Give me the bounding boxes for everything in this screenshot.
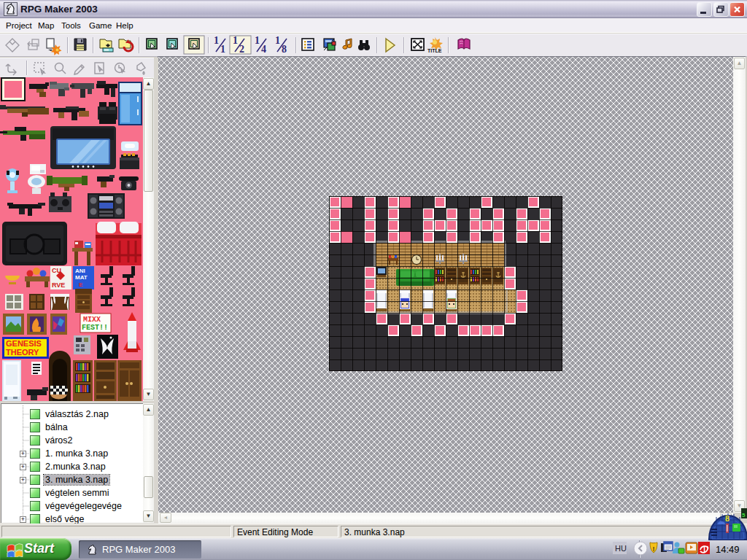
svg-text:ANI: ANI [75, 268, 85, 274]
svg-text:1: 1 [233, 35, 238, 46]
svg-text:E: E [79, 281, 83, 288]
svg-text:1: 1 [255, 35, 260, 46]
svg-text:RVE: RVE [52, 281, 65, 289]
svg-text:GENESIS: GENESIS [6, 339, 42, 348]
svg-text:8: 8 [725, 514, 729, 523]
svg-text:FEST!!: FEST!! [82, 324, 108, 332]
svg-text:THEORY: THEORY [6, 348, 39, 357]
svg-text:5: 5 [742, 512, 746, 518]
svg-text:MAT: MAT [75, 274, 88, 281]
svg-text:1: 1 [214, 35, 219, 46]
svg-text:TITLE: TITLE [427, 48, 442, 53]
svg-text:MIXX: MIXX [83, 316, 101, 324]
svg-text:HU: HU [615, 544, 627, 553]
svg-text:!: ! [653, 545, 655, 553]
svg-text:1: 1 [275, 35, 280, 46]
